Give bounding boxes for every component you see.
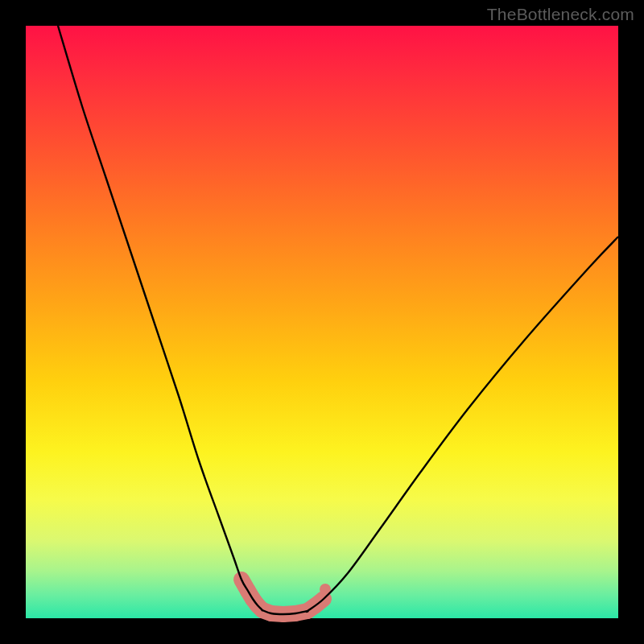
bottleneck-curve — [58, 26, 618, 614]
chart-svg — [26, 26, 618, 618]
marker-series — [242, 580, 331, 614]
chart-frame: TheBottleneck.com — [0, 0, 644, 644]
watermark-text: TheBottleneck.com — [487, 5, 634, 24]
plot-area — [26, 26, 618, 618]
